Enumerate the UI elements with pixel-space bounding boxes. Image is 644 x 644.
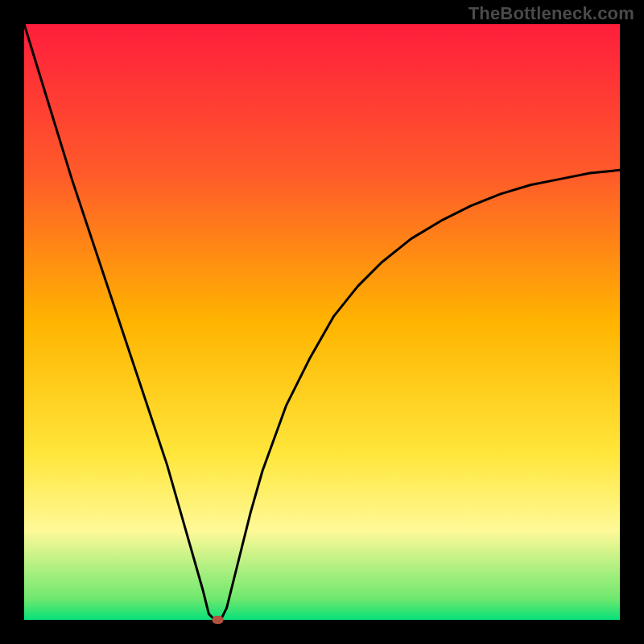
watermark-text: TheBottleneck.com	[469, 3, 634, 24]
chart-svg	[0, 0, 644, 644]
plot-area	[24, 24, 620, 620]
chart-figure: TheBottleneck.com	[0, 0, 644, 644]
minimum-marker	[213, 616, 224, 624]
